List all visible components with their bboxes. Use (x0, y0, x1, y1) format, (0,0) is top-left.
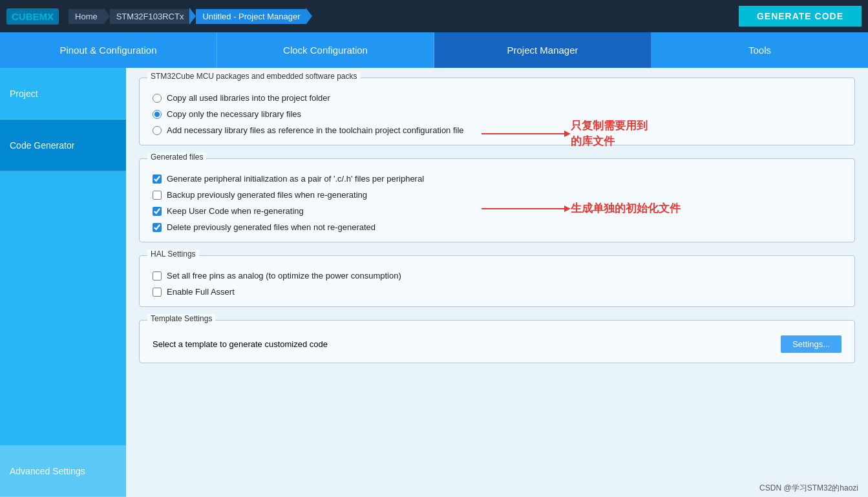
radio-add-reference[interactable]: Add necessary library files as reference… (153, 125, 842, 135)
checkbox-peripheral-init[interactable]: Generate peripheral initialization as a … (153, 174, 842, 184)
checkbox-delete-previous[interactable]: Delete previously generated files when n… (153, 222, 842, 232)
checkbox-free-pins[interactable]: Set all free pins as analog (to optimize… (153, 271, 842, 280)
hal-settings-title: HAL Settings (147, 249, 199, 259)
main-area: Project Code Generator Advanced Settings… (0, 68, 868, 497)
radio-copy-all-label: Copy all used libraries into the project… (167, 93, 330, 103)
radio-add-reference-label: Add necessary library files as reference… (167, 125, 464, 135)
template-row: Select a template to generate customized… (153, 335, 842, 353)
checkbox-keep-user-code-input[interactable] (153, 207, 162, 216)
checkbox-backup-input[interactable] (153, 191, 162, 200)
template-placeholder-text: Select a template to generate customized… (153, 339, 328, 349)
breadcrumb-mcu[interactable]: STM32F103RCTx (110, 9, 191, 24)
checkbox-peripheral-init-input[interactable] (153, 174, 162, 184)
radio-copy-all-input[interactable] (153, 94, 162, 103)
logo: CUBEMX (6, 8, 59, 25)
template-settings-section: Template Settings Select a template to g… (139, 320, 855, 363)
breadcrumb-sep-2 (189, 8, 196, 25)
breadcrumb-sep-3 (306, 8, 312, 25)
tab-project-manager[interactable]: Project Manager (434, 32, 651, 68)
tab-bar: Pinout & Configuration Clock Configurati… (0, 32, 868, 68)
mcu-packages-section: STM32Cube MCU packages and embedded soft… (139, 78, 855, 145)
sidebar: Project Code Generator Advanced Settings (0, 68, 126, 497)
breadcrumb-project[interactable]: Untitled - Project Manager (196, 9, 306, 24)
breadcrumb: Home STM32F103RCTx Untitled - Project Ma… (69, 8, 739, 25)
template-settings-button[interactable]: Settings... (781, 335, 842, 353)
breadcrumb-home[interactable]: Home (69, 9, 104, 24)
checkbox-keep-user-code[interactable]: Keep User Code when re-generating (153, 206, 842, 216)
radio-copy-necessary[interactable]: Copy only the necessary library files (153, 109, 842, 119)
checkbox-full-assert-label: Enable Full Assert (167, 287, 235, 297)
sidebar-item-code-generator[interactable]: Code Generator (0, 120, 126, 171)
generated-files-checkbox-group: Generate peripheral initialization as a … (153, 174, 842, 232)
checkbox-delete-previous-label: Delete previously generated files when n… (167, 222, 376, 232)
generate-code-button[interactable]: GENERATE CODE (739, 6, 862, 26)
tab-tools[interactable]: Tools (651, 32, 868, 68)
breadcrumb-sep-1 (103, 8, 110, 25)
generated-files-section: Generated files Generate peripheral init… (139, 158, 855, 242)
radio-copy-necessary-label: Copy only the necessary library files (167, 109, 301, 119)
checkbox-delete-previous-input[interactable] (153, 223, 162, 232)
generated-files-title: Generated files (147, 153, 206, 162)
content-wrapper: STM32Cube MCU packages and embedded soft… (139, 78, 855, 363)
tab-clock[interactable]: Clock Configuration (217, 32, 434, 68)
hal-settings-section: HAL Settings Set all free pins as analog… (139, 255, 855, 307)
radio-copy-all[interactable]: Copy all used libraries into the project… (153, 93, 842, 103)
mcu-packages-title: STM32Cube MCU packages and embedded soft… (147, 72, 361, 81)
hal-checkbox-group: Set all free pins as analog (to optimize… (153, 271, 842, 297)
checkbox-backup-label: Backup previously generated files when r… (167, 190, 367, 200)
sidebar-item-advanced-settings[interactable]: Advanced Settings (0, 445, 126, 497)
checkbox-keep-user-code-label: Keep User Code when re-generating (167, 206, 304, 216)
checkbox-full-assert-input[interactable] (153, 288, 162, 297)
top-bar: CUBEMX Home STM32F103RCTx Untitled - Pro… (0, 0, 868, 32)
mcu-radio-group: Copy all used libraries into the project… (153, 93, 842, 135)
radio-add-reference-input[interactable] (153, 126, 162, 135)
checkbox-backup[interactable]: Backup previously generated files when r… (153, 190, 842, 200)
checkbox-full-assert[interactable]: Enable Full Assert (153, 287, 842, 297)
checkbox-free-pins-label: Set all free pins as analog (to optimize… (167, 271, 401, 280)
checkbox-peripheral-init-label: Generate peripheral initialization as a … (167, 174, 424, 184)
template-settings-title: Template Settings (147, 314, 215, 323)
footer-note: CSDN @学习STM32的haozi (759, 483, 858, 494)
checkbox-free-pins-input[interactable] (153, 271, 162, 280)
content-area: STM32Cube MCU packages and embedded soft… (126, 68, 868, 497)
radio-copy-necessary-input[interactable] (153, 110, 162, 119)
sidebar-item-project[interactable]: Project (0, 68, 126, 120)
tab-pinout[interactable]: Pinout & Configuration (0, 32, 217, 68)
